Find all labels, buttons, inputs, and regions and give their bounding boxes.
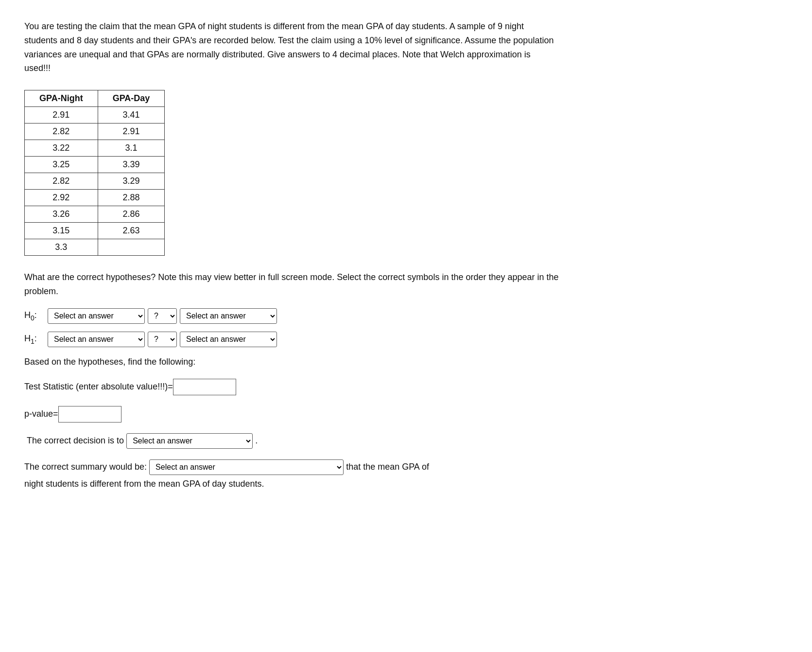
table-cell: 2.92 [25, 190, 98, 206]
table-cell: 2.63 [98, 223, 165, 239]
decision-period: . [253, 436, 258, 446]
table-cell: 2.82 [25, 173, 98, 190]
table-header-day: GPA-Day [98, 90, 165, 107]
table-cell: 3.41 [98, 107, 165, 123]
table-cell [98, 239, 165, 256]
table-cell: 2.86 [98, 206, 165, 223]
summary-select[interactable]: Select an answer There is sufficient evi… [149, 459, 344, 475]
table-cell: 2.88 [98, 190, 165, 206]
h0-row: H0: Select an answer μ₁ μ₂ p₁ p₂ ? = ≠ <… [24, 308, 788, 324]
summary-row: The correct summary would be: Select an … [24, 459, 788, 475]
table-cell: 3.39 [98, 157, 165, 173]
h0-first-select[interactable]: Select an answer μ₁ μ₂ p₁ p₂ [48, 308, 145, 324]
table-cell: 2.91 [25, 107, 98, 123]
h0-label: H0: [24, 310, 44, 322]
summary-that: that the mean GPA of [346, 462, 429, 472]
table-cell: 2.82 [25, 123, 98, 140]
test-statistic-input[interactable] [173, 379, 236, 395]
h1-symbol-select[interactable]: ? = ≠ < > ≤ ≥ [148, 332, 177, 347]
h1-second-select[interactable]: Select an answer μ₁ μ₂ p₁ p₂ [180, 332, 277, 347]
p-value-input[interactable] [58, 406, 121, 423]
hypotheses-instruction: What are the correct hypotheses? Note th… [24, 270, 559, 299]
intro-paragraph: You are testing the claim that the mean … [24, 19, 559, 75]
table-cell: 3.22 [25, 140, 98, 157]
table-cell: 3.3 [25, 239, 98, 256]
test-statistic-row: Test Statistic (enter absolute value!!!)… [24, 379, 788, 395]
decision-row: The correct decision is to Select an ans… [24, 433, 788, 449]
table-cell: 3.25 [25, 157, 98, 173]
gpa-table: GPA-Night GPA-Day 2.913.412.822.913.223.… [24, 90, 165, 256]
test-statistic-label: Test Statistic (enter absolute value!!!)… [24, 382, 173, 392]
p-value-row: p-value= [24, 406, 788, 423]
summary-prefix: The correct summary would be: [24, 462, 147, 472]
p-value-label: p-value= [24, 409, 58, 419]
decision-prefix: The correct decision is to [27, 436, 124, 446]
table-cell: 2.91 [98, 123, 165, 140]
table-cell: 3.1 [98, 140, 165, 157]
h0-symbol-select[interactable]: ? = ≠ < > ≤ ≥ [148, 308, 177, 324]
h1-row: H1: Select an answer μ₁ μ₂ p₁ p₂ ? = ≠ <… [24, 332, 788, 347]
h1-first-select[interactable]: Select an answer μ₁ μ₂ p₁ p₂ [48, 332, 145, 347]
table-header-night: GPA-Night [25, 90, 98, 107]
table-cell: 3.29 [98, 173, 165, 190]
table-cell: 3.26 [25, 206, 98, 223]
based-on-text: Based on the hypotheses, find the follow… [24, 355, 559, 369]
summary-continuation: night students is different from the mea… [24, 479, 788, 489]
decision-select[interactable]: Select an answer Reject H₀ Fail to Rejec… [126, 433, 253, 449]
h1-label: H1: [24, 334, 44, 345]
h0-second-select[interactable]: Select an answer μ₁ μ₂ p₁ p₂ [180, 308, 277, 324]
table-cell: 3.15 [25, 223, 98, 239]
